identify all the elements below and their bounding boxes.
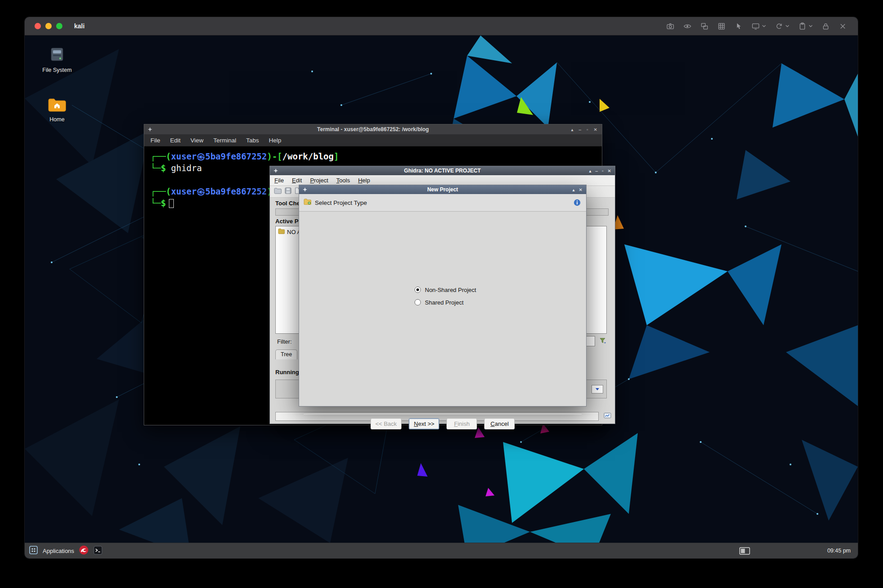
filter-label: Filter: [277,338,292,345]
menu-file[interactable]: File [150,137,160,144]
menu-help[interactable]: Help [358,177,370,184]
terminal-titlebar[interactable]: Terminal - xuser@5ba9fe867252: /work/blo… [144,124,602,134]
terminal-cursor [169,199,174,208]
eye-icon[interactable] [683,22,692,31]
macos-zoom-button[interactable] [56,23,62,29]
macos-close-button[interactable] [35,23,41,29]
screenshot-icon[interactable] [666,22,675,31]
terminal-menubar: File Edit View Terminal Tabs Help [144,134,602,146]
shade-icon[interactable]: ▴ [573,187,575,192]
windows-icon[interactable] [700,22,709,31]
taskbar-right: 09:45 pm [739,547,858,555]
taskbar: Applications 09:45 pm [25,543,858,558]
chevron-down-icon [785,24,790,28]
applications-label[interactable]: Applications [43,548,74,554]
memory-monitor-icon[interactable] [604,412,611,419]
desktop-icon-label: File System [42,67,71,73]
clipboard-icon[interactable] [798,22,807,31]
terminal-window-controls: ▴ – ▫ ✕ [571,127,597,132]
menu-tools[interactable]: Tools [336,177,350,184]
menu-help[interactable]: Help [269,137,282,144]
desktop-icon-home[interactable]: Home [36,97,78,123]
menu-project[interactable]: Project [310,177,328,184]
dialog-titlebar[interactable]: New Project ▴ ✕ [299,185,586,194]
ghidra-titlebar[interactable]: Ghidra: NO ACTIVE PROJECT ▴ – ▫ ✕ [270,166,615,175]
dialog-window-controls: ▴ ✕ [573,187,583,192]
terminal-title: Terminal - xuser@5ba9fe867252: /work/blo… [144,126,602,133]
window-icon [148,127,152,132]
ghidra-window-controls: ▴ – ▫ ✕ [589,168,611,173]
radio-label[interactable]: Non-Shared Project [425,287,476,293]
dialog-title: New Project [299,186,586,193]
minimize-icon[interactable]: – [579,127,582,132]
macos-minimize-button[interactable] [45,23,52,29]
maximize-icon[interactable]: ▫ [602,168,604,173]
desktop-icon-label: Home [49,116,64,123]
shade-icon[interactable]: ▴ [571,127,573,132]
chevron-down-icon [808,24,813,28]
vm-titlebar[interactable]: kali [25,17,858,35]
maximize-icon[interactable]: ▫ [587,127,588,132]
chevron-down-icon [596,388,599,390]
display-icon[interactable] [751,22,760,31]
radio-non-shared-project[interactable]: Non-Shared Project [415,286,476,294]
window-icon [303,187,307,192]
terminal-prompt-line: ┌──(xuser㉿5ba9fe867252)-[/work/blog] [150,150,602,162]
dialog-buttons: << Back Next >> Finish Cancel [299,418,586,429]
shade-icon[interactable]: ▴ [589,168,591,173]
grid-icon[interactable] [717,22,726,31]
terminal-launcher-icon[interactable] [93,546,102,556]
filter-options-icon[interactable] [599,337,607,345]
home-folder-icon [48,97,66,114]
folder-icon [278,228,285,235]
cancel-button[interactable]: Cancel [484,418,515,429]
close-icon[interactable] [839,22,847,31]
menu-file[interactable]: File [274,177,284,184]
radio-button[interactable] [415,299,421,305]
applications-menu-icon[interactable] [29,546,38,556]
file-system-icon [48,45,66,65]
menu-edit[interactable]: Edit [292,177,302,184]
finish-button: Finish [446,418,477,429]
next-button[interactable]: Next >> [409,418,439,429]
taskbar-left: Applications [25,545,102,556]
back-button: << Back [371,418,402,429]
vm-window: kali [25,17,858,558]
close-icon[interactable]: ✕ [594,127,597,132]
toolbar-save-icon[interactable] [285,187,291,196]
menu-tabs[interactable]: Tabs [246,137,259,144]
dialog-header: Select Project Type [299,194,586,212]
new-folder-icon [304,199,311,207]
menu-terminal[interactable]: Terminal [213,137,236,144]
window-list-icon[interactable] [739,547,750,555]
radio-shared-project[interactable]: Shared Project [415,298,464,306]
tab-tree[interactable]: Tree [275,349,297,359]
chevron-down-icon [762,24,766,28]
radio-button-selected[interactable] [415,287,421,293]
running-tools-dropdown[interactable] [592,385,603,393]
desktop-icon-file-system[interactable]: File System [36,45,78,73]
info-icon[interactable] [574,199,581,206]
minimize-icon[interactable]: – [596,168,598,173]
ghidra-title: Ghidra: NO ACTIVE PROJECT [270,168,615,174]
traffic-lights [35,23,62,29]
desktop[interactable]: File System Home Terminal - xuser@5ba9fe… [25,35,858,558]
dialog-separator [304,413,582,414]
menu-edit[interactable]: Edit [170,137,181,144]
kali-logo-icon[interactable] [79,545,88,556]
menu-view[interactable]: View [190,137,203,144]
toolbar-folder-icon[interactable] [274,187,282,196]
close-icon[interactable]: ✕ [579,187,583,192]
display-menu[interactable] [751,22,766,31]
dialog-header-label: Select Project Type [315,199,367,206]
radio-label[interactable]: Shared Project [425,299,464,306]
close-icon[interactable]: ✕ [608,168,611,173]
clock[interactable]: 09:45 pm [827,548,851,554]
redo-menu[interactable] [775,22,790,31]
vm-toolbar [666,22,847,31]
clipboard-menu[interactable] [798,22,813,31]
redo-icon[interactable] [775,22,783,31]
lock-icon[interactable] [821,22,830,31]
pointer-icon[interactable] [734,22,743,31]
vm-window-title: kali [74,22,84,30]
